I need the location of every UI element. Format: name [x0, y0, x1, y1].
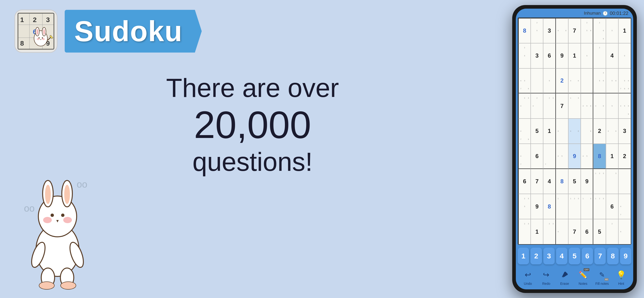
cell-5-8[interactable]: 2	[618, 144, 631, 169]
cell-7-6[interactable]: 123	[593, 194, 606, 219]
num-btn-5[interactable]: 5	[569, 248, 580, 264]
cell-7-7[interactable]: 6	[606, 194, 618, 219]
cell-1-5[interactable]: 5	[581, 43, 593, 68]
cell-5-7[interactable]: 1	[606, 144, 618, 169]
promo-text: There are over 20,000 questions!	[166, 72, 339, 178]
cell-8-7[interactable]: 2	[606, 219, 618, 244]
cell-8-6[interactable]: 5	[593, 219, 606, 244]
num-btn-2[interactable]: 2	[530, 248, 542, 264]
cell-7-0[interactable]: 235	[518, 194, 531, 219]
hint-button[interactable]: 💡 Hint	[615, 269, 627, 285]
cell-2-4[interactable]: 46	[568, 68, 581, 94]
cell-6-2[interactable]: 4	[543, 169, 556, 194]
cell-0-3[interactable]: 46	[556, 18, 568, 43]
cell-1-2[interactable]: 6	[543, 43, 556, 68]
cell-0-5[interactable]: 256	[581, 18, 593, 43]
cell-2-6[interactable]: 356	[593, 68, 606, 94]
cell-8-0[interactable]: 23	[518, 219, 531, 244]
cell-5-4[interactable]: 9	[568, 144, 581, 169]
cell-0-7[interactable]: 5	[606, 18, 618, 43]
notes-button[interactable]: ✏️ OFF Notes	[577, 269, 589, 285]
cell-1-4[interactable]: 1	[568, 43, 581, 68]
cell-1-3[interactable]: 9	[556, 43, 568, 68]
cell-6-6[interactable]: 123	[593, 169, 606, 194]
cell-0-4[interactable]: 7	[568, 18, 581, 43]
cell-4-7[interactable]: 46	[606, 118, 618, 144]
cell-5-6[interactable]: 8	[593, 144, 606, 169]
cell-1-7[interactable]: 4	[606, 43, 618, 68]
cell-2-2[interactable]: 5	[543, 68, 556, 94]
cell-4-2[interactable]: 1	[543, 118, 556, 144]
cell-3-4[interactable]: 13	[568, 93, 581, 118]
cell-3-5[interactable]: 456	[581, 93, 593, 118]
cell-0-0[interactable]: 8	[518, 18, 531, 43]
num-btn-9[interactable]: 9	[620, 248, 631, 264]
cell-6-4[interactable]: 5	[568, 169, 581, 194]
cell-5-0[interactable]: 47	[518, 144, 531, 169]
num-btn-8[interactable]: 8	[607, 248, 618, 264]
cell-3-1[interactable]: 24	[531, 93, 543, 118]
cell-6-1[interactable]: 7	[531, 169, 543, 194]
cell-5-3[interactable]: 45	[556, 144, 568, 169]
fill-notes-button[interactable]: ✎ AD Fill notes	[595, 269, 609, 285]
num-btn-1[interactable]: 1	[518, 248, 529, 264]
cell-4-4[interactable]: 46	[568, 118, 581, 144]
cell-2-5[interactable]	[581, 68, 593, 94]
cell-2-1[interactable]	[531, 68, 543, 94]
erase-button[interactable]: Erase	[559, 269, 571, 285]
cell-8-8[interactable]: 4	[618, 219, 631, 244]
cell-1-1[interactable]: 3	[531, 43, 543, 68]
cell-4-6[interactable]: 2	[593, 118, 606, 144]
num-btn-6[interactable]: 6	[582, 248, 593, 264]
title-banner: Sudoku	[65, 10, 202, 53]
cell-1-0[interactable]: 25	[518, 43, 531, 68]
redo-button[interactable]: ↪ Redo	[540, 269, 552, 285]
cell-2-0[interactable]: 4579	[518, 68, 531, 94]
cell-2-3[interactable]: 2	[556, 68, 568, 94]
cell-3-3[interactable]: 7	[556, 93, 568, 118]
cell-4-3[interactable]: 4	[556, 118, 568, 144]
cell-8-3[interactable]: 4	[556, 219, 568, 244]
cell-3-0[interactable]: 234	[518, 93, 531, 118]
cell-1-8[interactable]: 5	[618, 43, 631, 68]
cell-7-4[interactable]: 123	[568, 194, 581, 219]
cell-6-5[interactable]: 9	[581, 169, 593, 194]
cell-4-8[interactable]: 3	[618, 118, 631, 144]
cell-3-6[interactable]: 46	[593, 93, 606, 118]
phone-frame: Inhuman 🕐 00:01:22 825346725626951253691…	[512, 5, 637, 293]
cell-7-5[interactable]: 13	[581, 194, 593, 219]
cell-3-2[interactable]: 23	[543, 93, 556, 118]
cell-8-5[interactable]: 6	[581, 219, 593, 244]
cell-3-7[interactable]: 5	[606, 93, 618, 118]
num-btn-4[interactable]: 4	[556, 248, 567, 264]
cell-8-4[interactable]: 7	[568, 219, 581, 244]
cell-4-1[interactable]: 5	[531, 118, 543, 144]
cell-6-7[interactable]: 3	[606, 169, 618, 194]
cell-7-8[interactable]: 47	[618, 194, 631, 219]
cell-6-0[interactable]: 6	[518, 169, 531, 194]
cell-8-1[interactable]: 1	[531, 219, 543, 244]
cell-5-2[interactable]: 7	[543, 144, 556, 169]
cell-1-6[interactable]: 2	[593, 43, 606, 68]
cell-4-5[interactable]: 6	[581, 118, 593, 144]
cell-0-8[interactable]: 1	[618, 18, 631, 43]
sudoku-grid[interactable]: 8253467256269512536915245457952463565656…	[518, 18, 631, 245]
cell-8-2[interactable]: 23	[543, 219, 556, 244]
cell-2-7[interactable]: 56	[606, 68, 618, 94]
cell-4-0[interactable]: 479	[518, 118, 531, 144]
cell-5-1[interactable]: 6	[531, 144, 543, 169]
cell-0-6[interactable]: 269	[593, 18, 606, 43]
cell-3-8[interactable]: 4569	[618, 93, 631, 118]
cell-7-2[interactable]: 8	[543, 194, 556, 219]
num-btn-7[interactable]: 7	[594, 248, 606, 264]
cell-5-5[interactable]: 45	[581, 144, 593, 169]
cell-7-1[interactable]: 9	[531, 194, 543, 219]
cell-6-8[interactable]	[618, 169, 631, 194]
cell-0-1[interactable]: 25	[531, 18, 543, 43]
undo-button[interactable]: ↩ Undo	[522, 269, 534, 285]
cell-2-8[interactable]: 56789	[618, 68, 631, 94]
cell-6-3[interactable]: 8	[556, 169, 568, 194]
cell-0-2[interactable]: 3	[543, 18, 556, 43]
num-btn-3[interactable]: 3	[544, 248, 555, 264]
cell-7-3[interactable]: 1	[556, 194, 568, 219]
